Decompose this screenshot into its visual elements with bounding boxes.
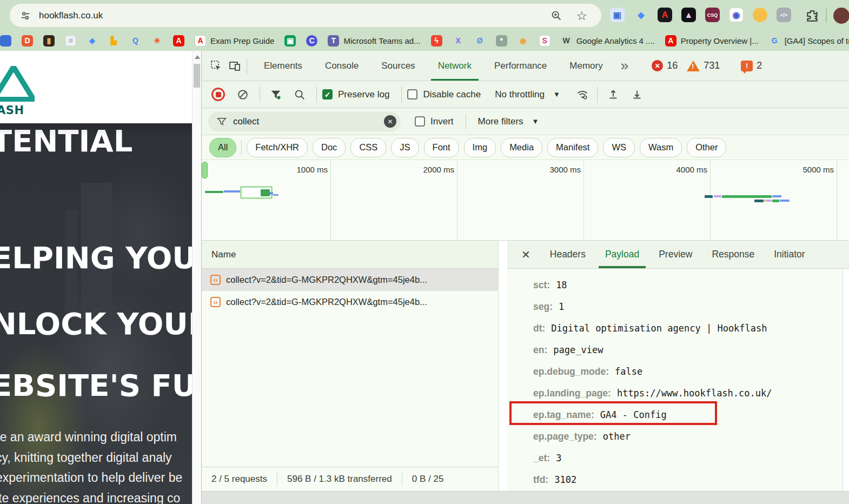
filter-value[interactable]: collect [233,116,259,127]
throttling-caret-icon[interactable]: ▼ [553,90,560,98]
more-tabs-icon[interactable]: » [614,57,633,74]
panel-scrollbar[interactable] [843,269,849,491]
bookmark-item[interactable]: D [22,35,33,47]
bookmark-item[interactable] [0,35,11,47]
clear-button[interactable] [237,89,249,101]
bookmark-item[interactable]: A Exam Prep Guide [195,35,274,47]
export-har-icon[interactable] [631,89,643,101]
more-filters-caret-icon[interactable]: ▼ [532,117,539,125]
network-conditions-icon[interactable] [576,89,588,101]
payload-row[interactable]: dt: Digital optimisation agency | Hookfl… [533,317,849,339]
extension-icon[interactable]: ◆ [634,8,648,22]
resource-filter-chip[interactable]: All [209,138,236,157]
bookmark-item[interactable]: ◉ [518,35,529,47]
resource-filter-chip[interactable]: Img [464,138,496,157]
bookmark-item[interactable]: ≡ [65,35,76,47]
bookmark-item[interactable]: * [496,35,507,47]
payload-row[interactable]: ep.page_type: other [533,426,849,447]
bookmark-item[interactable]: X [453,35,464,47]
bookmark-item[interactable]: C [306,35,317,47]
close-panel-icon[interactable]: ✕ [521,248,530,261]
payload-row[interactable]: tfd: 3102 [533,469,849,490]
bookmark-item[interactable]: Ø [474,35,486,47]
invert-checkbox[interactable] [415,116,425,127]
clear-filter-icon[interactable]: ✕ [384,115,396,128]
inspect-element-icon[interactable] [210,59,223,72]
devtools-tab[interactable]: Performance [483,51,558,81]
bookmark-item[interactable]: ▙ [108,35,120,47]
filter-input[interactable]: collect ✕ [208,112,401,131]
pane-splitter[interactable] [498,241,507,491]
payload-row[interactable]: ep.landing_page: https://www.hookflash.c… [533,382,849,404]
extension-icon[interactable]: </> [777,8,791,22]
bookmark-item[interactable]: ◆ [87,35,98,47]
name-column-header[interactable]: Name [211,249,236,260]
request-row[interactable]: ‹› collect?v=2&tid=G-MGKPR2QHXW&gtm=45je… [202,269,498,291]
bookmark-item[interactable]: A Property Overview |... [665,35,759,47]
record-button[interactable] [211,88,225,101]
extension-icon[interactable]: A [658,8,672,22]
throttling-select[interactable]: No throttling [495,89,545,100]
resource-filter-chip[interactable]: Doc [313,138,346,157]
resource-filter-chip[interactable]: Fetch/XHR [247,138,308,157]
bookmark-item[interactable]: W Google Analytics 4 .... [561,35,655,47]
requests-table-header[interactable]: Name [202,241,498,269]
preserve-log-checkbox[interactable]: ✓ [322,89,333,100]
extension-icon[interactable]: ◉ [729,8,744,22]
extension-icon[interactable]: CSQ [705,8,720,22]
site-settings-icon[interactable] [19,10,31,22]
bookmark-item[interactable]: A [173,35,184,47]
bookmark-item[interactable]: ▣ [284,35,296,47]
resource-filter-chip[interactable]: Other [687,138,726,157]
overview-left-handle[interactable] [202,162,208,178]
extension-icon[interactable]: ▣ [610,8,625,22]
bookmark-item[interactable]: S [539,35,550,47]
bookmark-item[interactable]: ▮ [43,35,55,47]
detail-tab[interactable]: Preview [649,241,702,268]
resource-filter-chip[interactable]: Manifest [547,138,598,157]
devtools-tab[interactable]: Memory [558,51,614,81]
scrollbar-up-arrow-icon[interactable] [195,55,200,59]
devtools-tab[interactable]: Network [427,51,483,81]
url-text[interactable]: hookflash.co.uk [39,10,103,21]
hookflash-logo-text[interactable]: ASH [0,104,24,117]
payload-row[interactable]: ep.tag_name: GA4 - Config [533,404,849,426]
resource-filter-chip[interactable]: JS [391,138,419,157]
filter-icon[interactable] [270,89,282,101]
address-bar[interactable]: hookflash.co.uk ☆ [10,4,601,27]
scrollbar-thumb[interactable] [194,64,200,88]
bookmark-item[interactable]: G [GA4] Scopes of traf... [769,35,849,47]
extension-icon[interactable]: ▲ [681,8,696,22]
bookmark-item[interactable]: Q [130,35,141,47]
payload-row[interactable]: _et: 3 [533,447,849,469]
issues-icon[interactable]: ! [741,61,753,71]
profile-avatar[interactable] [833,8,849,24]
network-overview-timeline[interactable]: 1000 ms 2000 ms 3000 ms 4000 ms [202,160,849,241]
bookmark-item[interactable]: ϟ [431,35,442,47]
invert-label[interactable]: Invert [430,116,454,127]
bookmark-item[interactable]: ✳ [151,35,163,47]
request-row[interactable]: ‹› collect?v=2&tid=G-MGKPR2QHXW&gtm=45je… [202,291,498,313]
preserve-log-label[interactable]: Preserve log [338,89,389,100]
import-har-icon[interactable] [607,89,619,101]
devtools-tab[interactable]: Console [314,51,370,81]
resource-filter-chip[interactable]: CSS [350,138,386,157]
payload-row[interactable]: en: page_view [533,339,849,361]
detail-tab[interactable]: Payload [595,241,649,268]
resource-filter-chip[interactable]: Media [501,138,542,157]
bookmark-item[interactable]: T Microsoft Teams ad... [328,35,420,47]
payload-row[interactable]: ep.debug_mode: false [533,361,849,382]
devtools-tab[interactable]: Sources [370,51,426,81]
zoom-icon[interactable] [550,10,562,22]
detail-tab[interactable]: Headers [540,241,595,268]
more-filters-button[interactable]: More filters [478,116,523,127]
extension-icon[interactable] [753,8,767,22]
extensions-puzzle-icon[interactable] [805,9,819,23]
resource-filter-chip[interactable]: Font [424,138,459,157]
error-icon[interactable]: ✕ [652,60,663,71]
device-toolbar-icon[interactable] [228,59,241,72]
disable-cache-checkbox[interactable] [407,89,417,100]
detail-tab[interactable]: Response [702,241,764,268]
detail-tab[interactable]: Initiator [764,241,814,268]
resource-filter-chip[interactable]: Wasm [640,138,682,157]
